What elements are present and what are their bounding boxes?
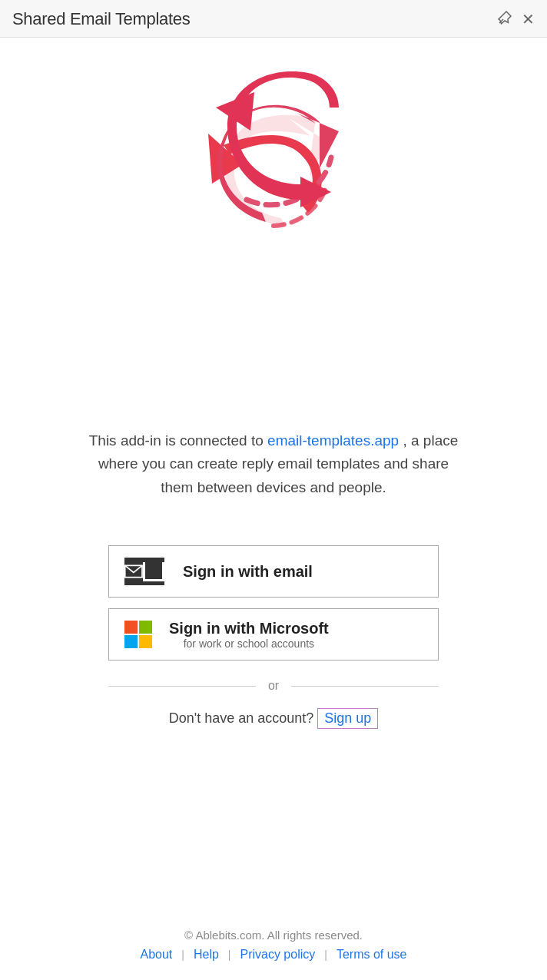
sign-in-microsoft-label: Sign in with Microsoft xyxy=(169,620,329,637)
signup-section: Don't have an account? Sign up xyxy=(169,708,379,729)
email-icon xyxy=(124,558,164,585)
signup-prefix: Don't have an account? xyxy=(169,710,314,726)
ms-red-square xyxy=(124,621,138,634)
sign-in-microsoft-button[interactable]: Sign in with Microsoft for work or schoo… xyxy=(108,608,439,661)
ms-yellow-square xyxy=(139,635,152,648)
footer: © Ablebits.com. All rights reserved. Abo… xyxy=(0,913,547,980)
close-icon[interactable]: ✕ xyxy=(522,10,535,28)
footer-link-terms[interactable]: Terms of use xyxy=(327,948,416,962)
title-bar-actions: ✕ xyxy=(497,10,535,29)
footer-link-help[interactable]: Help xyxy=(184,948,228,962)
ms-green-square xyxy=(139,621,152,634)
main-content: This add-in is connected to email-templa… xyxy=(0,38,547,844)
pin-icon[interactable] xyxy=(497,10,512,29)
footer-link-privacy[interactable]: Privacy policy xyxy=(230,948,324,962)
app-icon xyxy=(189,50,358,227)
sign-in-email-label: Sign in with email xyxy=(183,563,313,581)
divider-line-right xyxy=(291,686,439,687)
description-prefix: This add-in is connected to xyxy=(89,432,264,449)
sign-in-email-button[interactable]: Sign in with email xyxy=(108,545,439,598)
app-link[interactable]: email-templates.app xyxy=(267,432,399,449)
microsoft-button-text: Sign in with Microsoft for work or schoo… xyxy=(169,620,329,650)
footer-links: About | Help | Privacy policy | Terms of… xyxy=(15,948,532,962)
microsoft-logo xyxy=(124,621,152,648)
ms-blue-square xyxy=(124,635,138,648)
or-text: or xyxy=(268,679,279,693)
buttons-section: Sign in with email Sign in with Microsof… xyxy=(108,545,439,661)
description-text: This add-in is connected to email-templa… xyxy=(81,429,466,499)
divider-line-left xyxy=(108,686,256,687)
or-divider: or xyxy=(108,679,439,693)
signup-link[interactable]: Sign up xyxy=(317,708,378,729)
sign-in-microsoft-sublabel: for work or school accounts xyxy=(169,637,329,650)
title-bar: Shared Email Templates ✕ xyxy=(0,0,547,38)
footer-link-about[interactable]: About xyxy=(131,948,181,962)
app-title: Shared Email Templates xyxy=(12,9,190,29)
footer-copyright: © Ablebits.com. All rights reserved. xyxy=(15,929,532,942)
